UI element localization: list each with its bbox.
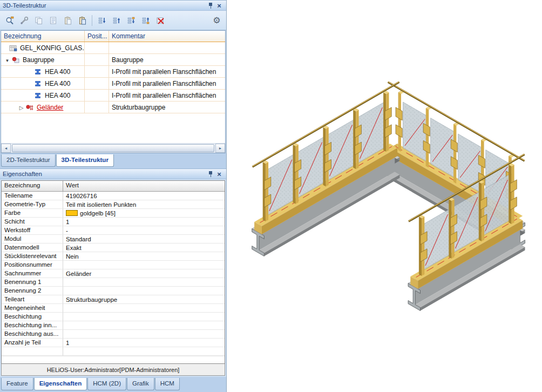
property-grid: Bezeichnung Wert Teilename419026716 Geom… bbox=[1, 180, 225, 364]
tab-eigenschaften[interactable]: Eigenschaften bbox=[34, 378, 87, 390]
column-header-bezeichnung[interactable]: Bezeichnung bbox=[1, 31, 85, 42]
property-row[interactable]: Beschichtung aus... bbox=[2, 330, 225, 339]
pin-icon[interactable] bbox=[206, 1, 215, 10]
positions-transfer-icon bbox=[141, 16, 151, 25]
property-row[interactable]: DatenmodellExakt bbox=[2, 244, 225, 252]
tree-header: Bezeichnung Posit... Kommentar bbox=[1, 31, 225, 42]
delete-positions-button[interactable] bbox=[153, 13, 167, 27]
comment-cell: I-Profil mit parallelen Flanschflächen bbox=[109, 66, 225, 77]
copy-structure-button[interactable] bbox=[46, 13, 60, 27]
copy-button[interactable] bbox=[32, 13, 45, 27]
property-row[interactable]: Positionsnummer bbox=[2, 261, 225, 269]
paste-special-button[interactable] bbox=[76, 13, 89, 27]
property-row[interactable]: Teilename419026716 bbox=[2, 192, 225, 200]
position-cell bbox=[85, 78, 109, 89]
tab-2d-teilestruktur[interactable]: 2D-Teilestruktur bbox=[1, 154, 56, 167]
property-value-header[interactable]: Wert bbox=[63, 181, 225, 192]
delete-positions-icon bbox=[155, 16, 165, 25]
position-cell bbox=[85, 90, 109, 101]
settings-gear-button[interactable] bbox=[210, 13, 223, 27]
viewport-3d[interactable] bbox=[227, 0, 542, 392]
wrench-icon bbox=[19, 16, 29, 25]
table-row[interactable]: HEA 400 I-Profil mit parallelen Flanschf… bbox=[1, 90, 225, 102]
table-row[interactable]: HEA 400 I-Profil mit parallelen Flanschf… bbox=[1, 78, 225, 90]
table-row[interactable]: Geländer Strukturbaugruppe bbox=[1, 102, 225, 113]
structure-tree: Bezeichnung Posit... Kommentar GEL_KONFI… bbox=[1, 30, 226, 153]
beam-profile-icon bbox=[33, 79, 43, 88]
tab-hcm-2d[interactable]: HCM (2D) bbox=[87, 378, 126, 390]
property-name-header[interactable]: Bezeichnung bbox=[2, 181, 63, 192]
property-row[interactable]: Benennung 2 bbox=[2, 287, 225, 295]
comment-cell: I-Profil mit parallelen Flanschflächen bbox=[109, 90, 225, 101]
tab-3d-teilestruktur[interactable]: 3D-Teilestruktur bbox=[56, 154, 114, 167]
scroll-right-button[interactable] bbox=[215, 144, 225, 153]
property-row[interactable]: Farbegoldgelb [45] bbox=[2, 209, 225, 218]
property-grid-empty-area bbox=[2, 356, 225, 363]
property-row[interactable]: Werkstoff- bbox=[2, 226, 225, 235]
table-row[interactable]: Baugruppe Baugruppe bbox=[1, 54, 225, 66]
horizontal-scrollbar[interactable] bbox=[1, 143, 225, 153]
close-icon[interactable] bbox=[215, 1, 223, 10]
expander-open-icon[interactable] bbox=[3, 56, 11, 64]
configuration-icon bbox=[9, 44, 18, 52]
part-name: Geländer bbox=[35, 104, 63, 111]
beam-profile-icon bbox=[33, 67, 43, 76]
property-row[interactable]: Schicht1 bbox=[2, 218, 225, 226]
copy-icon bbox=[34, 16, 44, 25]
tab-grafik[interactable]: Grafik bbox=[127, 378, 154, 390]
property-row[interactable]: Geometrie-TypTeil mit isolierten Punkten bbox=[2, 200, 225, 209]
part-name: HEA 400 bbox=[43, 80, 70, 87]
scrollbar-thumb[interactable] bbox=[12, 144, 214, 152]
search-parts-button[interactable] bbox=[3, 13, 16, 27]
positions-renumber-button[interactable] bbox=[124, 13, 138, 27]
property-grid-header: Bezeichnung Wert bbox=[2, 181, 225, 192]
application-window: 3D-Teilestruktur bbox=[0, 0, 542, 392]
table-row[interactable]: GEL_KONFIG_GLAS... bbox=[1, 42, 225, 54]
positions-number-down-button[interactable] bbox=[95, 13, 109, 27]
copy-structure-icon bbox=[49, 16, 58, 25]
comment-cell: I-Profil mit parallelen Flanschflächen bbox=[109, 78, 225, 89]
helios-user-statusbar: HELiOS-User:Administrator[PDM-Administra… bbox=[1, 364, 225, 376]
properties-body: Bezeichnung Wert Teilename419026716 Geom… bbox=[0, 179, 226, 377]
comment-cell: Strukturbaugruppe bbox=[109, 102, 225, 113]
paste-button[interactable] bbox=[61, 13, 74, 27]
railing-assembly-icon bbox=[25, 103, 35, 112]
pin-icon[interactable] bbox=[206, 170, 215, 178]
tree-empty-area bbox=[1, 113, 225, 143]
color-swatch-goldgelb bbox=[66, 210, 78, 216]
property-row[interactable]: Mengeneinheit bbox=[2, 304, 225, 313]
edit-reference-button[interactable] bbox=[17, 13, 31, 27]
expander-closed-icon[interactable] bbox=[17, 104, 25, 111]
close-icon[interactable] bbox=[215, 170, 223, 178]
property-row[interactable]: StücklistenrelevantNein bbox=[2, 252, 225, 261]
comment-cell: Baugruppe bbox=[109, 54, 225, 65]
property-row[interactable]: ModulStandard bbox=[2, 235, 225, 244]
position-cell bbox=[85, 66, 109, 77]
property-row-empty bbox=[2, 347, 225, 356]
tab-feature[interactable]: Feature bbox=[1, 378, 33, 390]
properties-panel-title: Eigenschaften bbox=[3, 171, 206, 177]
property-row[interactable]: Beschichtung inn... bbox=[2, 321, 225, 330]
property-row[interactable]: Anzahl je Teil1 bbox=[2, 339, 225, 347]
property-row[interactable]: Beschichtung bbox=[2, 313, 225, 321]
structure-tabstrip: 2D-Teilestruktur 3D-Teilestruktur bbox=[0, 153, 226, 168]
search-parts-icon bbox=[5, 16, 15, 25]
part-name: HEA 400 bbox=[43, 92, 70, 99]
column-header-kommentar[interactable]: Kommentar bbox=[109, 31, 225, 42]
property-row[interactable]: Benennung 1 bbox=[2, 278, 225, 287]
positions-renumber-icon bbox=[126, 16, 136, 25]
part-name: Baugruppe bbox=[21, 56, 55, 64]
positions-transfer-button[interactable] bbox=[139, 13, 152, 27]
table-row[interactable]: HEA 400 I-Profil mit parallelen Flanschf… bbox=[1, 66, 225, 78]
property-row[interactable]: TeileartStrukturbaugruppe bbox=[2, 295, 225, 304]
property-row[interactable]: SachnummerGeländer bbox=[2, 269, 225, 278]
toolbar-separator bbox=[92, 15, 92, 26]
positions-number-up-icon bbox=[112, 16, 121, 25]
left-dock-panel: 3D-Teilestruktur bbox=[0, 0, 227, 392]
part-name: HEA 400 bbox=[43, 68, 70, 76]
scroll-left-button[interactable] bbox=[1, 144, 11, 153]
column-header-position[interactable]: Posit... bbox=[85, 31, 109, 42]
comment-cell bbox=[109, 42, 225, 53]
tab-hcm[interactable]: HCM bbox=[155, 378, 180, 390]
positions-number-up-button[interactable] bbox=[110, 13, 123, 27]
